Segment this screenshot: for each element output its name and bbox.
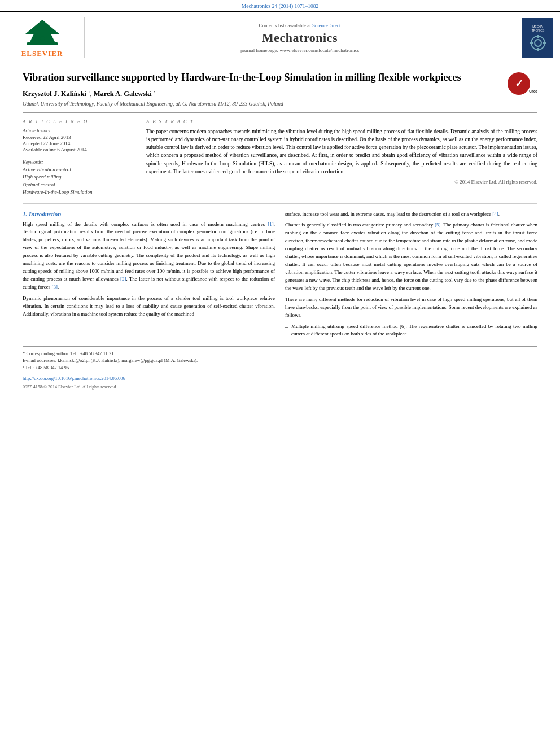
footnote-area: * Corresponding author. Tel.: +48 58 347… bbox=[23, 346, 537, 391]
mechatronics-logo: MECHA- TRONICS bbox=[522, 18, 553, 58]
name2: (M.A. Galewski). bbox=[164, 357, 198, 363]
elsevier-logo-area: ELSEVIER bbox=[6, 17, 85, 58]
body-content: 1. Introduction High speed milling of th… bbox=[23, 211, 537, 340]
keyword-2: High speed milling bbox=[23, 173, 130, 181]
article-content: Vibration surveillance supported by Hard… bbox=[0, 63, 560, 399]
svg-rect-11 bbox=[530, 42, 533, 44]
author2-sup: * bbox=[154, 90, 156, 94]
svg-text:MECHA-: MECHA- bbox=[532, 25, 544, 28]
email1[interactable]: kkalinski@o2.pl bbox=[58, 357, 89, 363]
svg-rect-10 bbox=[537, 48, 539, 51]
email2[interactable]: margalew@pg.gda.pl bbox=[121, 357, 163, 363]
copyright: © 2014 Elsevier Ltd. All rights reserved… bbox=[146, 179, 537, 185]
svg-text:TRONICS: TRONICS bbox=[531, 29, 544, 32]
svg-text:CrossMark: CrossMark bbox=[529, 89, 537, 93]
issn-line: 0957-4158/© 2014 Elsevier Ltd. All right… bbox=[23, 384, 537, 391]
ref2[interactable]: [2] bbox=[120, 276, 126, 282]
page: Mechatronics 24 (2014) 1071–1082 bbox=[0, 0, 560, 747]
accepted: Accepted 27 June 2014 bbox=[23, 141, 130, 146]
ref4[interactable]: [4] bbox=[492, 211, 498, 217]
affiliation: Gdańsk University of Technology, Faculty… bbox=[23, 101, 537, 107]
corresponding-footnote: * Corresponding author. Tel.: +48 58 347… bbox=[23, 350, 537, 357]
right-para2: Chatter is generally classified in two c… bbox=[285, 221, 537, 292]
bullet-item-1: – Multiple milling utilizing speed diffe… bbox=[285, 323, 537, 338]
divider bbox=[23, 203, 537, 204]
svg-rect-9 bbox=[537, 35, 539, 38]
article-info-col: A R T I C L E I N F O Article history: R… bbox=[23, 119, 138, 196]
svg-point-3 bbox=[40, 36, 45, 41]
contents-line: Contents lists available at ScienceDirec… bbox=[259, 23, 341, 28]
tel-footnote: ¹ Tel.: +48 58 347 14 96. bbox=[23, 364, 537, 372]
intro-heading: 1. Introduction bbox=[23, 211, 275, 217]
journal-homepage: journal homepage: www.elsevier.com/locat… bbox=[240, 47, 359, 53]
keyword-1: Active vibration control bbox=[23, 166, 130, 174]
crossmark-logo: ✓ CrossMark bbox=[506, 71, 537, 97]
abstract-label: A B S T R A C T bbox=[146, 119, 537, 124]
intro-para1: High speed milling of the details with c… bbox=[23, 221, 275, 291]
author1-sup: 1 bbox=[88, 90, 90, 94]
name1: (K.J. Kaliński), bbox=[91, 357, 120, 363]
journal-center-info: Contents lists available at ScienceDirec… bbox=[85, 17, 515, 58]
journal-logo-right: MECHA- TRONICS bbox=[515, 17, 554, 58]
body-right-col: surface, increase tool wear and, in extr… bbox=[285, 211, 537, 340]
abstract-col: A B S T R A C T The paper concerns moder… bbox=[138, 119, 537, 196]
elsevier-logo: ELSEVIER bbox=[11, 17, 73, 58]
ref1[interactable]: [1] bbox=[268, 221, 274, 227]
ref3[interactable]: [3] bbox=[51, 284, 58, 290]
svg-rect-12 bbox=[543, 42, 546, 44]
keyword-4: Hardware-In-the-Loop Simulation bbox=[23, 189, 130, 196]
intro-para2: Dynamic phenomenon of considerable impor… bbox=[23, 295, 275, 318]
received: Received 22 April 2013 bbox=[23, 134, 130, 140]
right-para1: surface, increase tool wear and, in extr… bbox=[285, 211, 537, 219]
ref6[interactable]: [6] bbox=[400, 324, 406, 329]
author1: Krzysztof J. Kaliński bbox=[23, 90, 86, 98]
svg-text:✓: ✓ bbox=[515, 78, 523, 89]
sciencedirect-link[interactable]: ScienceDirect bbox=[312, 23, 340, 28]
elsevier-label: ELSEVIER bbox=[21, 49, 63, 58]
email-footnote: E-mail addresses: kkalinski@o2.pl (K.J. … bbox=[23, 357, 537, 364]
history-label: Article history: bbox=[23, 128, 130, 133]
doi-bar: Mechatronics 24 (2014) 1071–1082 bbox=[0, 0, 560, 11]
keyword-3: Optimal control bbox=[23, 181, 130, 189]
right-para3: There are many different methods for red… bbox=[285, 296, 537, 320]
authors: Krzysztof J. Kaliński 1, Marek A. Galews… bbox=[23, 90, 537, 98]
article-title: Vibration surveillance supported by Hard… bbox=[23, 71, 537, 84]
keywords-list: Active vibration control High speed mill… bbox=[23, 166, 130, 196]
author2: Marek A. Galewski bbox=[94, 90, 152, 98]
available-online: Available online 6 August 2014 bbox=[23, 147, 130, 152]
svg-rect-2 bbox=[27, 42, 58, 45]
article-info-label: A R T I C L E I N F O bbox=[23, 119, 130, 124]
body-left-col: 1. Introduction High speed milling of th… bbox=[23, 211, 275, 340]
article-info-abstract: A R T I C L E I N F O Article history: R… bbox=[23, 112, 537, 196]
bullet-dash: – bbox=[285, 323, 288, 338]
journal-title: Mechatronics bbox=[262, 30, 338, 45]
keywords-label: Keywords: bbox=[23, 159, 130, 165]
email-label: E-mail addresses: bbox=[23, 357, 56, 363]
abstract-text: The paper concerns modern approaches tow… bbox=[146, 128, 537, 176]
ref5[interactable]: [5] bbox=[435, 222, 441, 228]
doi-text: Mechatronics 24 (2014) 1071–1082 bbox=[242, 3, 318, 9]
bullet-text-1: Multiple milling utilizing speed differe… bbox=[291, 323, 537, 338]
elsevier-image bbox=[11, 17, 73, 48]
doi-link[interactable]: http://dx.doi.org/10.1016/j.mechatronics… bbox=[23, 375, 537, 382]
journal-header: ELSEVIER Contents lists available at Sci… bbox=[0, 11, 560, 63]
